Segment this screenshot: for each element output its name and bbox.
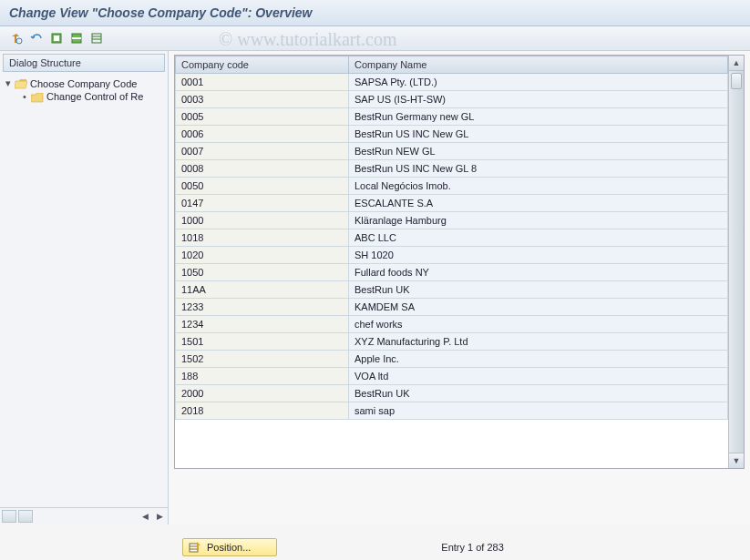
cell-company-code[interactable]: 1501 bbox=[176, 333, 349, 351]
table-row[interactable]: 11AABestRun UK bbox=[176, 281, 728, 299]
cell-company-name[interactable]: SAPSA Pty. (LTD.) bbox=[349, 74, 728, 91]
cell-company-code[interactable]: 2018 bbox=[176, 402, 349, 420]
cell-company-name[interactable]: Fullard foods NY bbox=[349, 264, 728, 281]
cell-company-code[interactable]: 1233 bbox=[176, 299, 349, 316]
tree-item-label: Change Control of Re bbox=[46, 91, 143, 102]
dialog-structure-header: Dialog Structure bbox=[3, 54, 165, 72]
cell-company-name[interactable]: Local Negócios Imob. bbox=[349, 178, 728, 195]
tree-item-change-control[interactable]: • Change Control of Re bbox=[4, 90, 164, 104]
table-row[interactable]: 1000Kläranlage Hamburg bbox=[176, 212, 728, 229]
table-row[interactable]: 0050Local Negócios Imob. bbox=[176, 178, 728, 195]
table-row[interactable]: 188VOA ltd bbox=[176, 368, 728, 385]
table-row[interactable]: 0008BestRun US INC New GL 8 bbox=[176, 160, 728, 178]
cell-company-code[interactable]: 0001 bbox=[176, 74, 349, 91]
svg-rect-5 bbox=[92, 34, 101, 43]
folder-open-icon bbox=[15, 77, 27, 89]
cell-company-code[interactable]: 0005 bbox=[176, 108, 349, 126]
vertical-scrollbar[interactable]: ▲ ▼ bbox=[728, 56, 744, 468]
deselect-all-icon[interactable] bbox=[87, 29, 106, 47]
cell-company-code[interactable]: 1234 bbox=[176, 316, 349, 333]
left-panel-footer: ◀ ▶ bbox=[0, 507, 168, 524]
cell-company-name[interactable]: BestRun NEW GL bbox=[349, 143, 728, 160]
cell-company-name[interactable]: BestRun Germany new GL bbox=[349, 108, 728, 126]
tree-item-choose-company-code[interactable]: ▾ Choose Company Code bbox=[4, 76, 164, 90]
select-block-icon[interactable] bbox=[67, 29, 86, 47]
cell-company-name[interactable]: Kläranlage Hamburg bbox=[349, 212, 728, 229]
dialog-structure-panel: Dialog Structure ▾ Choose Company Code •… bbox=[0, 51, 169, 524]
svg-rect-2 bbox=[54, 36, 59, 41]
cell-company-code[interactable]: 2000 bbox=[176, 385, 349, 402]
table-row[interactable]: 1233KAMDEM SA bbox=[176, 299, 728, 316]
table-row[interactable]: 0007BestRun NEW GL bbox=[176, 143, 728, 160]
page-title: Change View "Choose Company Code": Overv… bbox=[0, 0, 750, 26]
table-row[interactable]: 0147ESCALANTE S.A bbox=[176, 195, 728, 212]
cell-company-name[interactable]: BestRun US INC New GL 8 bbox=[349, 160, 728, 178]
cell-company-code[interactable]: 1020 bbox=[176, 247, 349, 264]
folder-closed-icon bbox=[31, 91, 44, 103]
cell-company-name[interactable]: VOA ltd bbox=[349, 368, 728, 385]
tree-bullet-icon: • bbox=[20, 91, 29, 102]
scroll-up-icon[interactable]: ▲ bbox=[729, 56, 744, 71]
svg-point-0 bbox=[16, 38, 22, 44]
table-row[interactable]: 1050Fullard foods NY bbox=[176, 264, 728, 281]
entry-status: Entry 1 of 283 bbox=[441, 542, 504, 553]
cell-company-name[interactable]: ABC LLC bbox=[349, 229, 728, 247]
cell-company-code[interactable]: 188 bbox=[176, 368, 349, 385]
col-header-name[interactable]: Company Name bbox=[349, 56, 728, 74]
scroll-thumb[interactable] bbox=[731, 73, 742, 89]
table-row[interactable]: 1020SH 1020 bbox=[176, 247, 728, 264]
cell-company-code[interactable]: 1000 bbox=[176, 212, 349, 229]
undo-icon[interactable] bbox=[27, 29, 46, 47]
svg-rect-8 bbox=[190, 544, 198, 552]
table-row[interactable]: 1018ABC LLC bbox=[176, 229, 728, 247]
table-row[interactable]: 1501XYZ Manufacturing P. Ltd bbox=[176, 333, 728, 351]
panel-mini-button-2[interactable] bbox=[18, 510, 33, 523]
cell-company-name[interactable]: SH 1020 bbox=[349, 247, 728, 264]
cell-company-code[interactable]: 0147 bbox=[176, 195, 349, 212]
table-row[interactable]: 0003SAP US (IS-HT-SW) bbox=[176, 91, 728, 108]
hscroll-right-icon[interactable]: ▶ bbox=[153, 510, 166, 523]
table-row[interactable]: 0005BestRun Germany new GL bbox=[176, 108, 728, 126]
cell-company-code[interactable]: 0050 bbox=[176, 178, 349, 195]
table-row[interactable]: 2018sami sap bbox=[176, 402, 728, 420]
select-all-icon[interactable] bbox=[47, 29, 66, 47]
table-row[interactable]: 1234chef works bbox=[176, 316, 728, 333]
dialog-tree: ▾ Choose Company Code • Change Control o… bbox=[0, 75, 168, 106]
cell-company-code[interactable]: 0006 bbox=[176, 126, 349, 143]
position-button-label: Position... bbox=[207, 542, 251, 553]
scroll-track[interactable] bbox=[729, 71, 744, 453]
position-icon bbox=[189, 541, 201, 554]
cell-company-name[interactable]: ESCALANTE S.A bbox=[349, 195, 728, 212]
cell-company-name[interactable]: Apple Inc. bbox=[349, 351, 728, 368]
hscroll-left-icon[interactable]: ◀ bbox=[139, 510, 151, 523]
table-row[interactable]: 2000BestRun UK bbox=[176, 385, 728, 402]
table-row[interactable]: 1502Apple Inc. bbox=[176, 351, 728, 368]
cell-company-name[interactable]: KAMDEM SA bbox=[349, 299, 728, 316]
cell-company-code[interactable]: 1018 bbox=[176, 229, 349, 247]
table-row[interactable]: 0006BestRun US INC New GL bbox=[176, 126, 728, 143]
panel-mini-button-1[interactable] bbox=[2, 510, 16, 523]
cell-company-code[interactable]: 0008 bbox=[176, 160, 349, 178]
cell-company-name[interactable]: sami sap bbox=[349, 402, 728, 420]
cell-company-name[interactable]: XYZ Manufacturing P. Ltd bbox=[349, 333, 728, 351]
cell-company-code[interactable]: 0003 bbox=[176, 91, 349, 108]
table-row[interactable]: 0001SAPSA Pty. (LTD.) bbox=[176, 74, 728, 91]
tree-collapse-icon[interactable]: ▾ bbox=[4, 77, 13, 89]
toggle-display-icon[interactable] bbox=[7, 29, 26, 47]
cell-company-code[interactable]: 1050 bbox=[176, 264, 349, 281]
cell-company-name[interactable]: chef works bbox=[349, 316, 728, 333]
scroll-down-icon[interactable]: ▼ bbox=[729, 453, 744, 468]
cell-company-name[interactable]: BestRun UK bbox=[349, 281, 728, 299]
cell-company-name[interactable]: BestRun US INC New GL bbox=[349, 126, 728, 143]
cell-company-code[interactable]: 11AA bbox=[176, 281, 349, 299]
cell-company-code[interactable]: 0007 bbox=[176, 143, 349, 160]
cell-company-name[interactable]: SAP US (IS-HT-SW) bbox=[349, 91, 728, 108]
cell-company-code[interactable]: 1502 bbox=[176, 351, 349, 368]
toolbar bbox=[0, 26, 750, 51]
tree-item-label: Choose Company Code bbox=[30, 78, 137, 89]
svg-rect-4 bbox=[72, 37, 81, 39]
cell-company-name[interactable]: BestRun UK bbox=[349, 385, 728, 402]
col-header-code[interactable]: Company code bbox=[176, 56, 349, 74]
position-button[interactable]: Position... bbox=[182, 538, 277, 556]
company-code-table: Company code Company Name 0001SAPSA Pty.… bbox=[174, 55, 745, 469]
